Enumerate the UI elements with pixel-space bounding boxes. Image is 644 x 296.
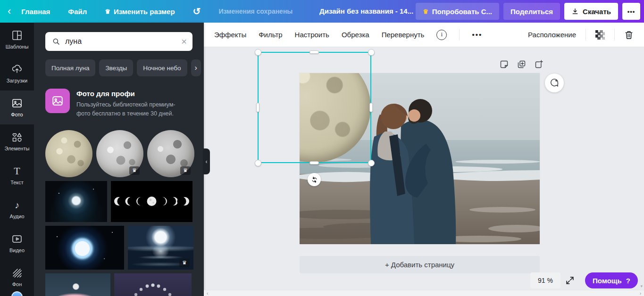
document-title[interactable]: Дизайн без названия - 14... [319, 0, 413, 23]
clear-search-icon[interactable]: × [181, 37, 187, 46]
sidebar-item-video[interactable]: Видео [0, 226, 34, 260]
sidebar-item-label: Загрузки [7, 78, 27, 83]
photo-result[interactable]: ♛ [147, 130, 194, 177]
sidebar-item-label: Текст [10, 180, 24, 185]
download-button[interactable]: Скачать [564, 3, 618, 20]
horizontal-scrollbar[interactable]: ‹ › [204, 290, 644, 296]
resize-handle-nw[interactable] [255, 49, 261, 56]
duplicate-page-icon [517, 59, 527, 69]
audio-note-icon: ♪ [11, 199, 23, 211]
sidebar-item-label: Элементы [5, 146, 30, 151]
delete-button[interactable] [624, 30, 634, 40]
save-status: Изменения сохранены [218, 8, 293, 15]
photo-result[interactable] [45, 130, 92, 177]
scroll-down-icon[interactable]: ▾ [640, 284, 643, 288]
photo-result[interactable] [114, 273, 192, 296]
sidebar: Шаблоны Загрузки Фото Элементы T Текст ♪… [0, 23, 34, 296]
crown-icon: ♛ [423, 8, 428, 15]
chip-full-moon[interactable]: Полная луна [45, 59, 95, 76]
search-input[interactable] [65, 37, 181, 46]
notes-button[interactable] [499, 59, 509, 69]
adjust-button[interactable]: Настроить [295, 31, 329, 39]
try-pro-label: Попробовать С... [432, 8, 492, 16]
undo-icon[interactable]: ↺ [193, 7, 201, 16]
photo-result[interactable] [45, 273, 110, 296]
toolbar-divider [585, 29, 586, 41]
page-actions [499, 59, 544, 69]
help-button[interactable]: Помощь ? [585, 272, 638, 288]
photo-icon [11, 98, 23, 109]
more-options-button[interactable]: ••• [622, 3, 640, 20]
trash-icon [624, 30, 634, 40]
rotate-handle[interactable] [308, 173, 321, 186]
scroll-left-icon[interactable]: ‹ [207, 291, 208, 296]
upload-cloud-icon [11, 64, 23, 75]
video-icon [11, 233, 23, 245]
help-label: Помощь [593, 277, 622, 285]
photo-result[interactable]: ♛ [128, 226, 193, 270]
photo-result[interactable]: ♛ [96, 130, 143, 177]
sidebar-item-audio[interactable]: ♪ Аудио [0, 192, 34, 226]
add-page-icon-button[interactable] [534, 59, 544, 69]
templates-icon [11, 30, 23, 41]
photo-result[interactable] [45, 181, 107, 222]
comment-plus-icon [549, 78, 560, 88]
resize-handle-w[interactable] [256, 103, 259, 112]
effects-button[interactable]: Эффекты [214, 31, 246, 39]
crop-button[interactable]: Обрезка [342, 31, 369, 39]
sidebar-item-photos[interactable]: Фото [0, 90, 34, 124]
resize-handle-e[interactable] [369, 103, 373, 112]
chip-stars[interactable]: Звезды [99, 59, 133, 76]
add-page-button[interactable]: + Добавить страницу [300, 256, 540, 273]
notes-icon [499, 59, 509, 69]
panel-collapse-button[interactable]: ‹ [203, 148, 210, 174]
resize-handle-se[interactable] [368, 160, 375, 166]
transparency-button[interactable] [595, 30, 605, 40]
filter-button[interactable]: Фильтр [259, 31, 282, 39]
pro-photos-promo[interactable]: Фото для профи Пользуйтесь библиотекой п… [45, 89, 192, 118]
scroll-right-icon[interactable]: › [640, 291, 641, 296]
design-page[interactable] [300, 73, 540, 244]
menu-file[interactable]: Файл [68, 8, 87, 16]
info-icon[interactable]: i [436, 30, 447, 40]
photo-result[interactable] [111, 181, 192, 222]
fullscreen-button[interactable] [565, 275, 575, 286]
background-stripes-icon [11, 267, 23, 279]
menu-home[interactable]: Главная [21, 8, 50, 16]
back-icon[interactable]: ‹ [8, 6, 11, 16]
search-results-grid: ♛ ♛ [45, 130, 192, 296]
sidebar-item-templates[interactable]: Шаблоны [0, 23, 34, 57]
sidebar-item-text[interactable]: T Текст [0, 158, 34, 192]
sidebar-item-background[interactable]: Фон [0, 260, 34, 294]
sidebar-item-uploads[interactable]: Загрузки [0, 57, 34, 90]
zoom-level[interactable]: 91 % [530, 272, 560, 288]
chip-night-sky[interactable]: Ночное небо [137, 59, 187, 76]
duplicate-page-button[interactable] [517, 59, 527, 69]
position-button[interactable]: Расположение [528, 31, 576, 39]
transparency-checker-icon [595, 30, 605, 40]
download-label: Скачать [583, 8, 611, 16]
download-icon [571, 8, 579, 15]
resize-button[interactable]: ♛ Изменить размер [105, 8, 175, 16]
resize-handle-n[interactable] [309, 50, 319, 54]
resize-handle-s[interactable] [309, 161, 319, 164]
canvas-area[interactable]: + Добавить страницу 91 % Помощь ? ‹ › ▾ [204, 47, 644, 296]
resize-handle-ne[interactable] [368, 49, 375, 56]
chips-more-icon[interactable]: › [191, 59, 201, 76]
add-comment-button[interactable] [545, 74, 564, 92]
toolbar-divider [459, 29, 460, 41]
try-pro-button[interactable]: ♛ Попробовать С... [416, 3, 499, 20]
moon-phases-image [111, 181, 192, 222]
resize-handle-sw[interactable] [255, 160, 261, 166]
rotate-icon [311, 176, 318, 183]
promo-photo-icon [45, 89, 70, 113]
toolbar-divider [614, 29, 615, 41]
flip-button[interactable]: Перевернуть [382, 31, 425, 39]
elements-icon [11, 132, 23, 143]
photo-result[interactable] [45, 226, 124, 270]
sidebar-item-elements[interactable]: Элементы [0, 124, 34, 158]
search-box: × [45, 32, 192, 51]
moon-arc-image [114, 273, 192, 296]
toolbar-more-icon[interactable]: ••• [472, 31, 482, 39]
share-button[interactable]: Поделиться [503, 3, 560, 20]
